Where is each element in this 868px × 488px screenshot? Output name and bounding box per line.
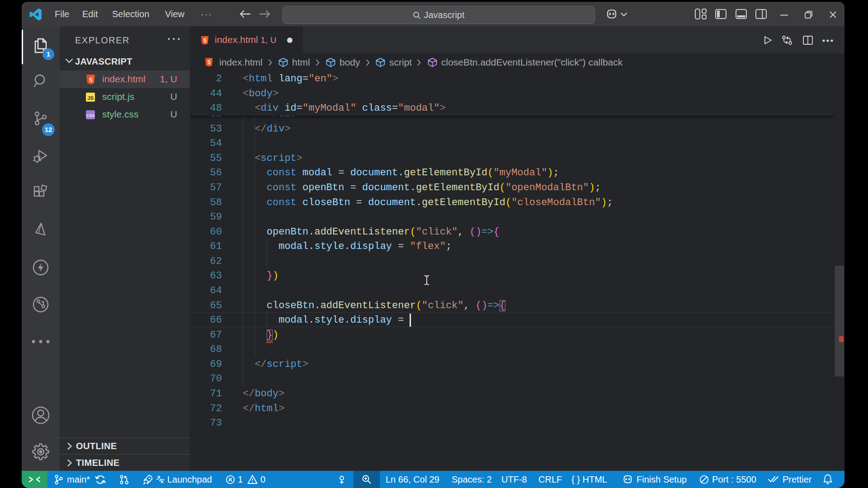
svg-text:5: 5	[89, 76, 93, 83]
svg-text:5: 5	[208, 59, 211, 66]
svg-text:5: 5	[203, 38, 207, 44]
svg-text:CSS: CSS	[86, 113, 95, 118]
svg-text:JS: JS	[87, 95, 93, 101]
